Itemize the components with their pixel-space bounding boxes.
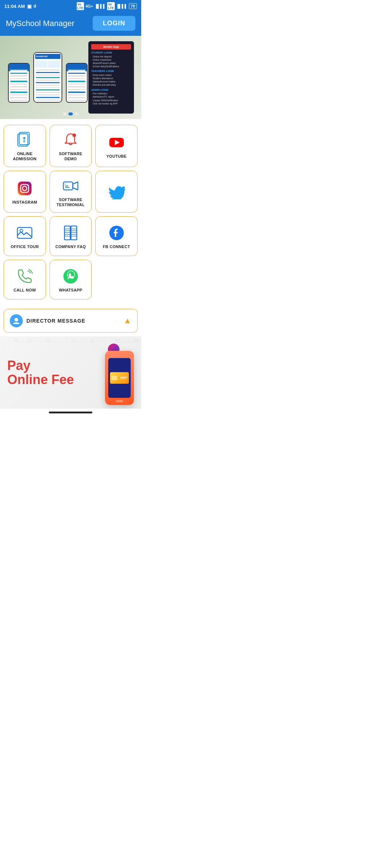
app-bar: MySchool Manager LOGIN xyxy=(0,12,141,36)
whatsapp-label: WHATSAPP xyxy=(59,288,83,293)
banner-info-panel: Mobile App STUDENT LOGIN Online fee depo… xyxy=(88,41,134,114)
svg-marker-13 xyxy=(73,182,78,190)
youtube-icon xyxy=(108,134,125,151)
menu-grid: ONLINEADMISSION SOFTWARE DEMO YOUTUBE xyxy=(0,119,141,305)
svg-point-2 xyxy=(23,137,25,139)
office-tour-label: OFFICE TOUR xyxy=(11,244,39,249)
director-avatar xyxy=(10,314,23,327)
chevron-up-icon[interactable]: ▲ xyxy=(123,316,131,326)
whatsapp-icon xyxy=(62,268,79,285)
director-message-bar[interactable]: DIRECTOR MESSAGE ▲ xyxy=(4,309,138,333)
svg-point-5 xyxy=(72,133,76,137)
pay-text-block: Pay Online Fee xyxy=(7,358,74,387)
banner-dot-2[interactable] xyxy=(68,112,73,115)
phone-mockup-main: DASHBOARD xyxy=(33,52,62,103)
grid-item-instagram[interactable]: INSTAGRAM xyxy=(4,171,46,213)
grid-item-fb-connect[interactable]: FB CONNECT xyxy=(95,216,138,256)
network-type: 4G+ xyxy=(85,4,93,8)
phone-mockups: DASHBOARD xyxy=(7,52,88,103)
volte2-icon: VoLTE xyxy=(107,2,114,10)
facebook-icon xyxy=(108,225,125,241)
svg-rect-3 xyxy=(23,140,25,141)
login-button[interactable]: LOGIN xyxy=(93,16,135,31)
home-bar xyxy=(49,412,92,413)
grid-item-company-faq[interactable]: COMPANY FAQ xyxy=(50,216,92,256)
pay-online-banner[interactable]: ✓ ✓ ☎ ✓ ☎ ✓ ✓ ☎ ✓ ✓ ✓ ☎ ✓ ✓ ☎ ✓ ✓ ✓ ☎ ✓ … xyxy=(0,336,141,409)
bell-icon xyxy=(62,132,79,148)
teachers-login-label: TEACHERS LOGIN xyxy=(91,69,131,73)
book-icon xyxy=(62,225,79,241)
carrier-icon: d xyxy=(34,4,36,9)
instagram-icon xyxy=(16,180,33,197)
grid-item-office-tour[interactable]: OFFICE TOUR xyxy=(4,216,46,256)
director-left: DIRECTOR MESSAGE xyxy=(10,314,85,327)
banner-dot-3[interactable] xyxy=(75,112,78,115)
software-testimonial-label: SOFTWARETESTIMONIAL xyxy=(56,197,85,208)
pay-line2: Online Fee xyxy=(7,373,74,387)
grid-item-online-admission[interactable]: ONLINEADMISSION xyxy=(4,125,46,167)
svg-rect-4 xyxy=(23,141,25,142)
home-indicator xyxy=(0,409,141,416)
svg-rect-20 xyxy=(71,226,77,240)
grid-item-call-now[interactable]: CALL NOW xyxy=(4,260,46,299)
grid-item-youtube[interactable]: YOUTUBE xyxy=(95,125,138,167)
banner-dot-1[interactable] xyxy=(63,112,66,115)
hero-banner: DASHBOARD xyxy=(0,36,141,119)
app-title: MySchool Manager xyxy=(6,19,75,28)
battery-display: 79 xyxy=(129,3,137,9)
instagram-label: INSTAGRAM xyxy=(12,200,37,205)
phone-hand xyxy=(105,351,134,405)
grid-row-3: OFFICE TOUR COMPANY FAQ xyxy=(4,216,138,256)
director-message-title: DIRECTOR MESSAGE xyxy=(26,318,85,324)
call-now-label: CALL NOW xyxy=(14,288,36,293)
grid-row-2: INSTAGRAM SOFTWARETESTIMONIAL xyxy=(4,171,138,213)
svg-point-11 xyxy=(27,184,29,186)
online-admission-label: ONLINEADMISSION xyxy=(13,151,37,162)
signal-bars2: ▐▌▌▌ xyxy=(116,4,127,8)
pay-phone-illustration xyxy=(87,340,134,405)
software-demo-label: SOFTWARE DEMO xyxy=(53,151,89,162)
phone-mockup-1 xyxy=(8,63,30,103)
grid-row-1: ONLINEADMISSION SOFTWARE DEMO YOUTUBE xyxy=(4,125,138,167)
banner-dots[interactable] xyxy=(63,112,78,115)
volte-icon: VoLTE xyxy=(77,2,84,10)
phone-mockup-2 xyxy=(66,63,88,103)
grid-item-software-testimonial[interactable]: SOFTWARETESTIMONIAL xyxy=(50,171,92,213)
grid-item-software-demo[interactable]: SOFTWARE DEMO xyxy=(50,125,92,167)
person-icon xyxy=(12,317,20,325)
svg-point-34 xyxy=(14,318,18,322)
info-icon xyxy=(16,132,33,148)
image-icon xyxy=(16,225,33,241)
grid-item-twitter[interactable] xyxy=(95,171,138,213)
phone-icon xyxy=(16,268,33,285)
time-display: 11:04 AM xyxy=(4,4,25,9)
sim-icon: ▣ xyxy=(27,4,31,9)
status-left: 11:04 AM ▣ d xyxy=(4,4,36,9)
twitter-bird-icon xyxy=(108,183,125,199)
youtube-label: YOUTUBE xyxy=(106,154,127,159)
svg-rect-8 xyxy=(18,182,31,195)
grid-row-4: CALL NOW WHATSAPP xyxy=(4,260,138,299)
svg-rect-19 xyxy=(64,226,70,240)
company-faq-label: COMPANY FAQ xyxy=(55,244,86,249)
pay-line1: Pay xyxy=(7,358,74,373)
status-bar: 11:04 AM ▣ d VoLTE 4G+ ▐▌▌▌ VoLTE ▐▌▌▌ 7… xyxy=(0,0,141,12)
status-right: VoLTE 4G+ ▐▌▌▌ VoLTE ▐▌▌▌ 79 xyxy=(77,2,137,10)
grid-item-whatsapp[interactable]: WHATSAPP xyxy=(50,260,92,299)
video-camera-icon xyxy=(62,178,79,194)
mobile-app-label: Mobile App xyxy=(91,44,131,50)
signal-bars: ▐▌▌▌ xyxy=(94,4,106,8)
admin-login-label: ADMIN LOGIN xyxy=(91,88,131,92)
fb-connect-label: FB CONNECT xyxy=(103,244,130,249)
student-login-label: STUDENT LOGIN xyxy=(91,51,131,55)
